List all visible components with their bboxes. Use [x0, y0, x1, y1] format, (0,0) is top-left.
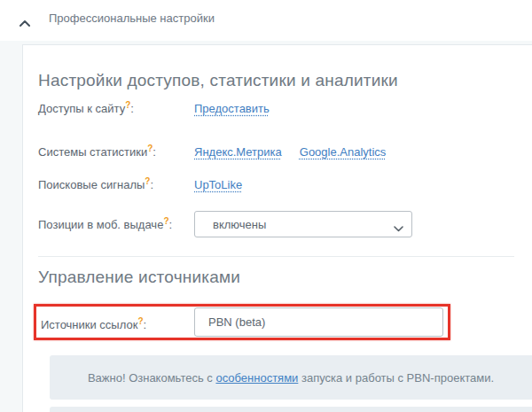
section-divider — [38, 256, 514, 257]
row-label: Поисковые сигналы?: — [38, 176, 194, 191]
link-sources-value: PBN (beta) — [208, 315, 265, 329]
row-label: Системы статистики?: — [38, 144, 194, 159]
row-label-text: Доступы к сайту — [38, 103, 125, 116]
access-section-heading: Настройки доступов, статистики и аналити… — [38, 71, 398, 90]
chevron-down-icon — [394, 222, 403, 228]
sources-section-heading: Управление источниками — [38, 268, 240, 287]
row-label-text: Поисковые сигналы — [38, 179, 145, 192]
yandex-metrika-link[interactable]: Яндекс.Метрика — [194, 145, 282, 159]
accordion-header-professional-settings[interactable]: Профессиональные настройки — [0, 0, 532, 41]
row-label: Позиции в моб. выдаче?: — [38, 216, 194, 231]
select-value: включены — [213, 218, 266, 231]
row-statistics-systems: Системы статистики?: Яндекс.Метрика Goog… — [38, 143, 523, 160]
row-site-access: Доступы к сайту?: Предоставить — [38, 99, 523, 117]
label-colon: : — [153, 146, 156, 159]
settings-card: Настройки доступов, статистики и аналити… — [22, 44, 532, 412]
mobile-positions-select[interactable]: включены — [194, 211, 412, 237]
grant-access-link[interactable]: Предоставить — [194, 102, 270, 115]
accordion-title: Профессиональные настройки — [49, 12, 215, 25]
label-colon: : — [150, 179, 153, 192]
label-colon: : — [143, 318, 146, 331]
row-label-text: Источники ссылок — [41, 318, 137, 331]
notice-text-after: запуска и работы с PBN-проектами. — [298, 371, 494, 385]
chevron-up-icon — [20, 14, 30, 21]
google-analytics-link[interactable]: Google.Analytics — [300, 145, 387, 159]
link-sources-select[interactable]: PBN (beta) — [194, 307, 443, 337]
professional-settings-page: Профессиональные настройки Настройки дос… — [0, 0, 532, 412]
link-sources-label: Источники ссылок?: — [41, 316, 146, 331]
next-notice-partial — [50, 407, 532, 412]
row-label: Доступы к сайту?: — [38, 100, 194, 115]
row-label-text: Позиции в моб. выдаче — [38, 219, 163, 232]
label-colon: : — [168, 219, 172, 232]
uptolike-link[interactable]: UpToLike — [194, 178, 242, 191]
pbn-features-link[interactable]: особенностями — [215, 371, 298, 385]
row-label-text: Системы статистики — [38, 146, 147, 159]
label-colon: : — [130, 103, 134, 116]
row-mobile-positions: Позиции в моб. выдаче?: включены — [38, 211, 523, 237]
pbn-notice: Важно! Ознакомьтесь с особенностями запу… — [50, 355, 532, 400]
notice-text-before: Важно! Ознакомьтесь с — [88, 371, 216, 385]
row-search-signals: Поисковые сигналы?: UpToLike — [38, 175, 523, 193]
